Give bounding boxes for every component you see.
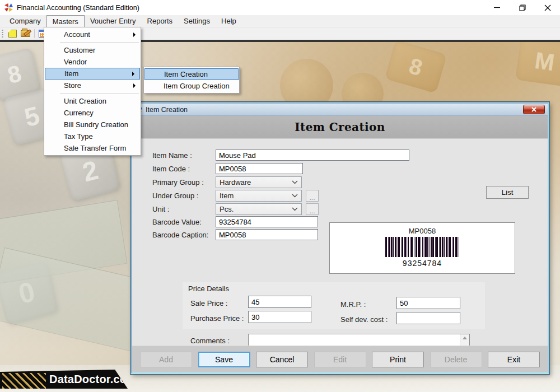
menubar-item-help[interactable]: Help bbox=[216, 15, 242, 27]
primary-group-label: Primary Group : bbox=[152, 178, 204, 186]
menu-item-store[interactable]: Store bbox=[44, 80, 141, 91]
close-icon bbox=[531, 107, 536, 112]
menu-item-label: Item Group Creation bbox=[164, 82, 230, 90]
item-creation-dialog: Item Creation Item Creation Item Name : … bbox=[130, 102, 549, 374]
delete-button[interactable]: Delete bbox=[430, 352, 482, 367]
mrp-label: M.R.P. : bbox=[340, 300, 366, 309]
save-button[interactable]: Save bbox=[198, 352, 250, 367]
item-name-input[interactable] bbox=[216, 150, 409, 161]
datadoctor-banner: DataDoctor.co.in bbox=[0, 370, 128, 389]
item-submenu: Item Creation Item Group Creation bbox=[143, 67, 240, 94]
item-name-label: Item Name : bbox=[152, 151, 192, 160]
toolbar-grip-handle[interactable] bbox=[2, 29, 3, 38]
toolbar-new-button[interactable] bbox=[6, 28, 18, 39]
under-group-dropdown[interactable]: Item bbox=[216, 190, 302, 202]
price-details-title: Price Details bbox=[188, 284, 229, 293]
menu-item-label: Unit Creation bbox=[64, 97, 106, 105]
menu-item-bill-sundry-creation[interactable]: Bill Sundry Creation bbox=[44, 119, 141, 130]
menu-item-account[interactable]: Account bbox=[44, 29, 141, 40]
dialog-titlebar: Item Creation bbox=[132, 104, 548, 116]
restore-icon bbox=[519, 4, 526, 11]
photo-calculator-key: M bbox=[515, 42, 560, 87]
minimize-button[interactable] bbox=[484, 0, 510, 15]
menu-separator bbox=[60, 42, 139, 43]
under-group-label: Under Group : bbox=[152, 192, 198, 200]
menubar-item-reports[interactable]: Reports bbox=[142, 15, 179, 27]
purchase-price-label: Purchase Price : bbox=[190, 314, 244, 323]
unit-label: Unit : bbox=[152, 205, 169, 213]
scroll-up-icon[interactable] bbox=[463, 337, 467, 339]
photo-key-glyph: 8 bbox=[5, 60, 24, 89]
restore-button[interactable] bbox=[510, 0, 535, 15]
list-button[interactable]: List bbox=[486, 186, 529, 199]
menu-item-currency[interactable]: Currency bbox=[44, 107, 141, 119]
menu-item-label: Bill Sundry Creation bbox=[64, 120, 128, 129]
dialog-header-band: Item Creation bbox=[132, 116, 548, 139]
unit-dropdown[interactable]: Pcs. bbox=[216, 203, 302, 215]
primary-group-value: Hardware bbox=[220, 178, 251, 186]
toolbar-separator bbox=[34, 29, 35, 38]
barcode-preview: MP0058 93254784 bbox=[329, 222, 515, 274]
menu-item-label: Tax Type bbox=[64, 132, 93, 141]
dialog-close-button[interactable] bbox=[523, 105, 545, 114]
dialog-title: Item Creation bbox=[146, 106, 188, 114]
menu-item-label: Account bbox=[64, 30, 90, 39]
menu-item-item-creation[interactable]: Item Creation bbox=[144, 68, 239, 80]
photo-key-glyph: 2 bbox=[79, 154, 101, 188]
add-button[interactable]: Add bbox=[140, 352, 192, 367]
photo-key-glyph: 5 bbox=[21, 100, 43, 133]
submenu-arrow-icon bbox=[133, 83, 136, 88]
close-button[interactable] bbox=[535, 0, 560, 15]
under-group-browse-button[interactable]: ... bbox=[306, 190, 319, 202]
close-icon bbox=[544, 4, 551, 11]
self-dev-cost-label: Self dev. cost : bbox=[340, 315, 388, 324]
barcode-value-label: Barcode Value: bbox=[152, 218, 202, 226]
menu-item-tax-type[interactable]: Tax Type bbox=[44, 130, 141, 142]
menu-item-label: Vendor bbox=[64, 58, 87, 66]
self-dev-cost-input[interactable] bbox=[396, 312, 460, 324]
menu-item-label: Item Creation bbox=[164, 70, 208, 78]
comments-label: Comments : bbox=[190, 337, 230, 345]
toolbar-open-button[interactable] bbox=[19, 28, 31, 39]
menubar-item-voucher-entry[interactable]: Voucher Entry bbox=[85, 15, 142, 27]
chevron-down-icon bbox=[292, 207, 298, 211]
chevron-down-icon bbox=[292, 180, 298, 184]
submenu-arrow-icon bbox=[132, 72, 134, 76]
menu-item-item-group-creation[interactable]: Item Group Creation bbox=[144, 80, 239, 92]
print-button[interactable]: Print bbox=[372, 352, 424, 367]
item-code-input[interactable] bbox=[216, 163, 303, 174]
unit-browse-button[interactable]: ... bbox=[306, 203, 319, 215]
folder-pencil-icon bbox=[21, 30, 30, 37]
edit-button[interactable]: Edit bbox=[314, 352, 366, 367]
window-controls bbox=[484, 0, 560, 15]
menu-item-sale-transfer-form[interactable]: Sale Transfer Form bbox=[44, 142, 141, 154]
photo-calculator-key: 8 bbox=[385, 42, 447, 94]
menu-item-vendor[interactable]: Vendor bbox=[44, 56, 141, 68]
exit-button[interactable]: Exit bbox=[488, 352, 540, 367]
purchase-price-input[interactable] bbox=[248, 311, 311, 323]
window-title: Financial Accounting (Standard Edition) bbox=[17, 4, 139, 12]
cancel-button[interactable]: Cancel bbox=[256, 352, 308, 367]
primary-group-dropdown[interactable]: Hardware bbox=[216, 176, 302, 188]
barcode-caption-input[interactable] bbox=[216, 229, 318, 240]
dialog-buttonbar: Add Save Cancel Edit Print Delete Exit bbox=[132, 346, 548, 372]
menubar: Company Masters Voucher Entry Reports Se… bbox=[0, 15, 560, 27]
sale-price-input[interactable] bbox=[248, 296, 311, 308]
barcode-value-input[interactable] bbox=[216, 216, 318, 227]
menu-item-unit-creation[interactable]: Unit Creation bbox=[44, 95, 141, 107]
masters-menu: Account Customer Vendor Item Store Unit … bbox=[44, 27, 141, 156]
item-code-label: Item Code : bbox=[152, 165, 190, 173]
photo-key-glyph: M bbox=[533, 47, 556, 76]
barcode-value-text: 93254784 bbox=[403, 259, 442, 268]
chevron-down-icon bbox=[292, 194, 298, 198]
menubar-item-masters[interactable]: Masters bbox=[46, 15, 85, 27]
menubar-item-company[interactable]: Company bbox=[4, 15, 46, 27]
app-icon bbox=[4, 3, 13, 12]
submenu-arrow-icon bbox=[133, 32, 136, 37]
menu-item-customer[interactable]: Customer bbox=[44, 44, 141, 56]
menu-item-label: Customer bbox=[64, 46, 95, 54]
menu-item-item[interactable]: Item bbox=[45, 68, 140, 80]
mrp-input[interactable] bbox=[396, 297, 460, 309]
unit-value: Pcs. bbox=[220, 205, 234, 213]
menubar-item-settings[interactable]: Settings bbox=[178, 15, 216, 27]
